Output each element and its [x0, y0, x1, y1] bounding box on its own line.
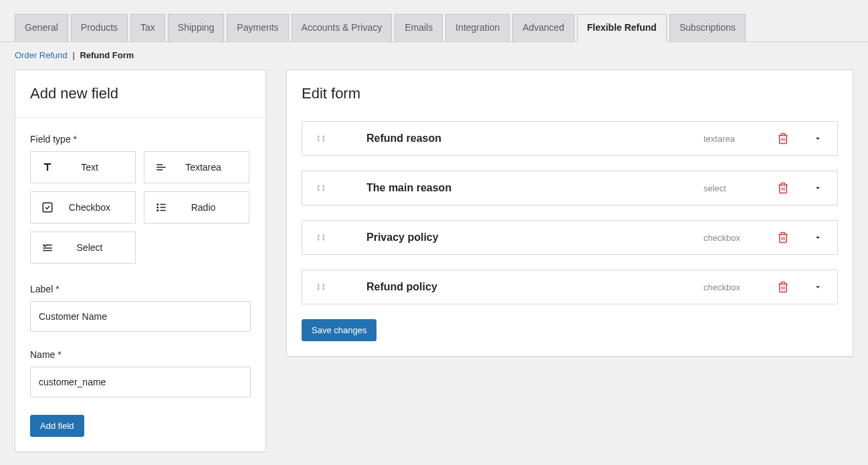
svg-point-5	[156, 209, 158, 211]
form-item-type: checkbox	[703, 282, 744, 292]
tab-integration[interactable]: Integration	[445, 14, 510, 41]
tab-general[interactable]: General	[15, 14, 68, 41]
form-item-title: Privacy policy	[340, 231, 691, 244]
tab-subscriptions[interactable]: Subscriptions	[669, 14, 746, 41]
save-changes-button[interactable]: Save changes	[302, 319, 376, 341]
field-type-text[interactable]: Text	[30, 151, 136, 183]
svg-rect-6	[160, 210, 166, 211]
settings-tabs: General Products Tax Shipping Payments A…	[0, 0, 868, 42]
trash-icon[interactable]	[777, 281, 789, 293]
drag-handle-icon[interactable]	[314, 231, 328, 244]
form-item[interactable]: Refund policy checkbox	[302, 270, 838, 304]
form-item-title: Refund reason	[340, 132, 691, 145]
form-item[interactable]: Privacy policy checkbox	[302, 220, 838, 255]
svg-point-3	[156, 207, 158, 209]
field-type-label: Field type *	[30, 134, 251, 145]
breadcrumb: Order Refund | Refund Form	[0, 42, 868, 70]
svg-rect-8	[43, 248, 52, 249]
label-input[interactable]	[30, 301, 251, 332]
trash-icon[interactable]	[777, 132, 789, 145]
svg-rect-4	[160, 207, 166, 208]
field-type-checkbox[interactable]: Checkbox	[30, 191, 136, 223]
drag-handle-icon[interactable]	[314, 281, 328, 293]
field-type-checkbox-label: Checkbox	[63, 202, 135, 213]
trash-icon[interactable]	[777, 231, 789, 244]
form-item-type: textarea	[703, 134, 744, 144]
text-icon	[40, 160, 55, 175]
svg-rect-0	[43, 203, 52, 212]
svg-rect-7	[47, 245, 52, 246]
chevron-down-icon[interactable]	[813, 282, 823, 292]
tab-products[interactable]: Products	[71, 14, 128, 41]
form-item-title: Refund policy	[340, 281, 691, 293]
tab-payments[interactable]: Payments	[227, 14, 288, 41]
tab-emails[interactable]: Emails	[395, 14, 443, 41]
breadcrumb-current: Refund Form	[80, 50, 134, 60]
name-field-label: Name *	[30, 349, 251, 360]
radio-icon	[154, 200, 169, 215]
main-content: Add new field Field type * Text Textarea	[0, 70, 868, 452]
edit-panel-title: Edit form	[287, 70, 853, 117]
tab-tax[interactable]: Tax	[130, 14, 165, 41]
form-item[interactable]: Refund reason textarea	[302, 121, 838, 156]
add-field-button[interactable]: Add field	[30, 415, 84, 437]
select-icon	[40, 240, 55, 255]
trash-icon[interactable]	[777, 182, 789, 194]
field-type-options: Text Textarea Checkbox	[30, 151, 251, 264]
name-input[interactable]	[30, 367, 251, 397]
label-field-label: Label *	[30, 284, 251, 294]
field-type-textarea-label: Textarea	[177, 162, 249, 173]
tab-shipping[interactable]: Shipping	[168, 14, 225, 41]
tab-flexible-refund[interactable]: Flexible Refund	[577, 14, 667, 42]
drag-handle-icon[interactable]	[314, 132, 328, 145]
svg-rect-9	[43, 250, 52, 252]
field-type-select-label: Select	[63, 242, 135, 253]
field-type-radio-label: Radio	[177, 202, 249, 213]
form-item[interactable]: The main reason select	[302, 171, 838, 205]
form-item-type: select	[703, 183, 744, 193]
field-type-select[interactable]: Select	[30, 231, 136, 264]
form-item-title: The main reason	[340, 182, 691, 194]
chevron-down-icon[interactable]	[813, 134, 823, 143]
breadcrumb-link[interactable]: Order Refund	[15, 50, 68, 60]
tab-accounts-privacy[interactable]: Accounts & Privacy	[292, 14, 393, 41]
svg-rect-2	[160, 204, 166, 205]
field-type-textarea[interactable]: Textarea	[144, 151, 249, 183]
textarea-icon	[154, 160, 169, 175]
chevron-down-icon[interactable]	[813, 233, 823, 242]
tab-advanced[interactable]: Advanced	[512, 14, 574, 41]
field-type-radio[interactable]: Radio	[144, 191, 249, 223]
field-type-text-label: Text	[63, 162, 135, 173]
edit-form-panel: Edit form Refund reason textarea	[286, 70, 853, 357]
add-new-field-panel: Add new field Field type * Text Textarea	[15, 70, 266, 452]
breadcrumb-separator: |	[72, 50, 77, 60]
add-panel-title: Add new field	[15, 70, 265, 118]
svg-point-1	[156, 203, 158, 205]
form-item-type: checkbox	[703, 233, 744, 243]
chevron-down-icon[interactable]	[813, 183, 823, 193]
drag-handle-icon[interactable]	[314, 182, 328, 194]
form-item-list: Refund reason textarea The main reason s…	[302, 121, 838, 304]
checkbox-icon	[40, 200, 55, 215]
